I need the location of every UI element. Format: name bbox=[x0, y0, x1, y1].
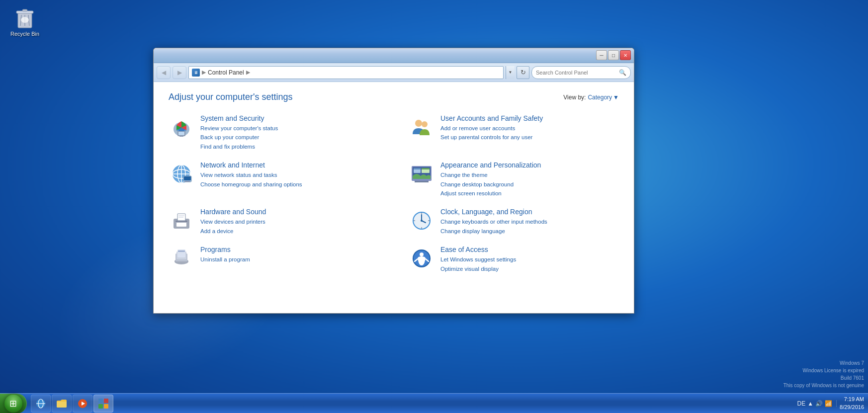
appearance-icon bbox=[409, 161, 434, 187]
hardware-link-0[interactable]: View devices and printers bbox=[200, 217, 379, 226]
view-by: View by: Category ▼ bbox=[563, 94, 619, 101]
hardware-title[interactable]: Hardware and Sound bbox=[200, 208, 379, 216]
clock-date: 8/29/2016 bbox=[840, 404, 864, 411]
appearance-content: Appearance and Personalization Change th… bbox=[440, 161, 619, 198]
category-grid: System and Security Review your computer… bbox=[169, 114, 619, 273]
close-button[interactable]: ✕ bbox=[620, 50, 631, 60]
clock-title[interactable]: Clock, Language, and Region bbox=[440, 208, 619, 216]
user-accounts-title[interactable]: User Accounts and Family Safety bbox=[440, 114, 619, 122]
svg-rect-10 bbox=[179, 136, 183, 137]
address-icon: 🖥 bbox=[192, 69, 200, 77]
address-bar[interactable]: 🖥 ▶ Control Panel ▶ bbox=[188, 66, 504, 79]
title-bar: ─ □ ✕ bbox=[154, 48, 634, 63]
content-title: Adjust your computer's settings bbox=[169, 92, 293, 102]
hardware-content: Hardware and Sound View devices and prin… bbox=[200, 208, 379, 236]
appearance-link-1[interactable]: Change desktop background bbox=[440, 180, 619, 189]
taskbar-media[interactable] bbox=[73, 395, 92, 413]
clock-link-0[interactable]: Change keyboards or other input methods bbox=[440, 217, 619, 226]
clock-link-1[interactable]: Change display language bbox=[440, 227, 619, 236]
content-header: Adjust your computer's settings View by:… bbox=[169, 92, 619, 102]
svg-rect-58 bbox=[98, 399, 103, 403]
tray-arrow[interactable]: ▲ bbox=[807, 400, 813, 407]
folder-icon bbox=[56, 398, 68, 410]
system-security-link-0[interactable]: Review your computer's status bbox=[200, 124, 379, 133]
start-orb: ⊞ bbox=[4, 395, 22, 413]
volume-icon[interactable]: 🔊 bbox=[815, 400, 823, 407]
hardware-icon bbox=[169, 208, 194, 234]
address-dropdown[interactable]: ▼ bbox=[506, 66, 515, 79]
control-panel-taskbar-icon bbox=[97, 398, 109, 410]
network-tray-icon[interactable]: 📶 bbox=[825, 400, 832, 407]
svg-rect-26 bbox=[422, 168, 430, 169]
category-user-accounts: User Accounts and Family Safety Add or r… bbox=[409, 114, 619, 151]
search-input[interactable] bbox=[536, 70, 617, 76]
ease-access-title[interactable]: Ease of Access bbox=[440, 246, 619, 253]
ease-access-icon bbox=[409, 246, 434, 271]
recycle-bin-svg bbox=[13, 5, 37, 29]
recycle-bin-label: Recycle Bin bbox=[10, 31, 39, 37]
back-button[interactable]: ◀ bbox=[157, 66, 171, 79]
network-title[interactable]: Network and Internet bbox=[200, 161, 379, 169]
appearance-title[interactable]: Appearance and Personalization bbox=[440, 161, 619, 169]
system-security-title[interactable]: System and Security bbox=[200, 114, 379, 122]
search-bar[interactable]: 🔍 bbox=[531, 66, 631, 79]
refresh-button[interactable]: ↻ bbox=[517, 66, 529, 79]
svg-point-12 bbox=[422, 121, 428, 127]
network-link-0[interactable]: View network status and tasks bbox=[200, 170, 379, 179]
desktop: Recycle Bin ─ □ ✕ ◀ ▶ 🖥 ▶ Control Panel … bbox=[0, 0, 868, 413]
win7-watermark: Windows 7 Windows License is expired Bui… bbox=[783, 359, 864, 389]
maximize-button[interactable]: □ bbox=[608, 50, 619, 60]
svg-rect-46 bbox=[177, 249, 185, 257]
svg-rect-61 bbox=[104, 404, 108, 409]
category-appearance: Appearance and Personalization Change th… bbox=[409, 161, 619, 198]
address-separator: ▶ bbox=[202, 69, 206, 76]
nav-bar: ◀ ▶ 🖥 ▶ Control Panel ▶ ▼ ↻ 🔍 bbox=[154, 63, 634, 82]
svg-rect-19 bbox=[184, 176, 191, 180]
clock-icon bbox=[409, 208, 434, 234]
clock-time: 7:19 AM bbox=[840, 396, 864, 403]
recycle-bin-icon[interactable]: Recycle Bin bbox=[7, 5, 42, 37]
svg-rect-29 bbox=[175, 221, 187, 222]
system-security-link-1[interactable]: Back up your computer bbox=[200, 133, 379, 142]
system-security-content: System and Security Review your computer… bbox=[200, 114, 379, 151]
minimize-button[interactable]: ─ bbox=[596, 50, 607, 60]
svg-point-6 bbox=[21, 17, 29, 23]
appearance-link-2[interactable]: Adjust screen resolution bbox=[440, 189, 619, 198]
taskbar-tray: DE ▲ 🔊 📶 7:19 AM 8/29/2016 bbox=[793, 396, 868, 411]
system-security-link-2[interactable]: Find and fix problems bbox=[200, 142, 379, 151]
svg-rect-47 bbox=[178, 250, 185, 252]
appearance-link-0[interactable]: Change the theme bbox=[440, 170, 619, 179]
category-ease-access: Ease of Access Let Windows suggest setti… bbox=[409, 246, 619, 273]
svg-rect-45 bbox=[176, 251, 186, 259]
taskbar-control-panel[interactable] bbox=[93, 395, 113, 413]
view-by-label: View by: bbox=[563, 94, 586, 101]
taskbar-ie[interactable] bbox=[31, 395, 51, 413]
taskbar: ⊞ bbox=[0, 393, 868, 413]
forward-button[interactable]: ▶ bbox=[173, 66, 186, 79]
svg-rect-9 bbox=[178, 132, 184, 135]
programs-title[interactable]: Programs bbox=[200, 246, 379, 253]
network-link-1[interactable]: Choose homegroup and sharing options bbox=[200, 180, 379, 189]
hardware-link-1[interactable]: Add a device bbox=[200, 227, 379, 236]
programs-link-0[interactable]: Uninstall a program bbox=[200, 255, 379, 264]
ease-access-link-1[interactable]: Optimize visual display bbox=[440, 264, 619, 273]
content-area: Adjust your computer's settings View by:… bbox=[154, 82, 634, 313]
view-by-dropdown[interactable]: Category ▼ bbox=[588, 94, 619, 101]
start-button[interactable]: ⊞ bbox=[0, 394, 27, 413]
window-controls: ─ □ ✕ bbox=[596, 50, 631, 60]
network-icon bbox=[169, 161, 194, 187]
watermark-line4: This copy of Windows is not genuine bbox=[783, 382, 864, 389]
system-clock[interactable]: 7:19 AM 8/29/2016 bbox=[840, 396, 864, 411]
ease-access-link-0[interactable]: Let Windows suggest settings bbox=[440, 255, 619, 264]
category-hardware: Hardware and Sound View devices and prin… bbox=[169, 208, 379, 236]
language-indicator[interactable]: DE bbox=[797, 400, 806, 407]
svg-rect-24 bbox=[414, 168, 421, 169]
taskbar-folder[interactable] bbox=[52, 395, 72, 413]
user-accounts-link-0[interactable]: Add or remove user accounts bbox=[440, 124, 619, 133]
svg-point-11 bbox=[415, 120, 422, 127]
user-accounts-link-1[interactable]: Set up parental controls for any user bbox=[440, 133, 619, 142]
view-by-arrow: ▼ bbox=[613, 94, 619, 101]
taskbar-items bbox=[29, 395, 793, 413]
search-icon[interactable]: 🔍 bbox=[619, 69, 626, 76]
clock-content: Clock, Language, and Region Change keybo… bbox=[440, 208, 619, 236]
